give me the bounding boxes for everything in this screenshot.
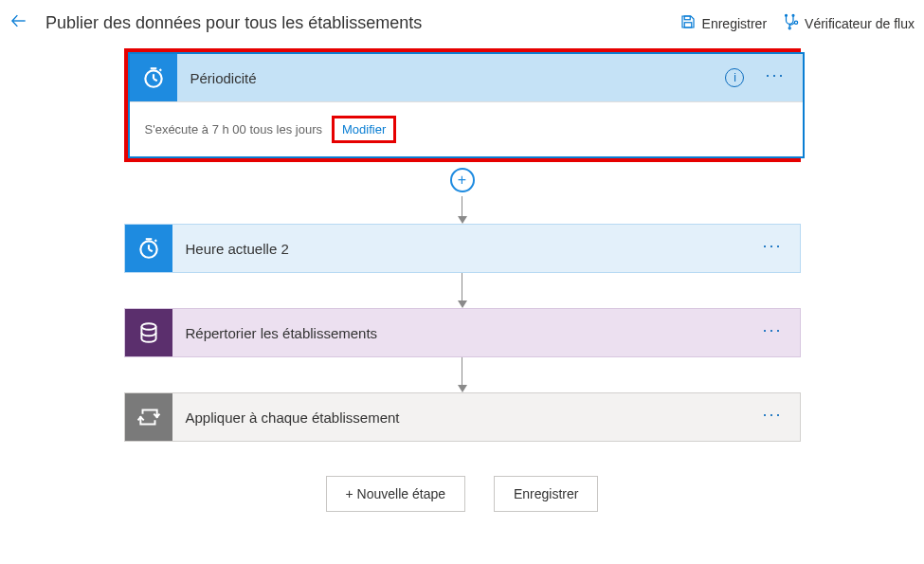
step-periodicity-body: S'exécute à 7 h 00 tous les jours Modifi…: [130, 101, 803, 156]
svg-line-14: [149, 249, 153, 251]
top-bar: Publier des données pour tous les établi…: [0, 0, 924, 48]
step-apply-each[interactable]: Appliquer à chaque établissement ···: [124, 392, 801, 442]
step-list-establishments-title: Répertorier les établissements: [172, 325, 763, 341]
add-step-button[interactable]: +: [450, 168, 475, 192]
more-menu[interactable]: ···: [762, 321, 782, 338]
step-current-time-header[interactable]: Heure actuelle 2 ···: [125, 225, 800, 272]
svg-point-17: [141, 323, 155, 330]
flow-canvas: Périodicité i ··· S'exécute à 7 h 00 tou…: [0, 48, 924, 512]
connector-arrow: [458, 273, 467, 308]
back-arrow-icon[interactable]: [6, 11, 32, 35]
step-list-establishments-header[interactable]: Répertorier les établissements ···: [125, 309, 800, 356]
svg-point-6: [794, 21, 797, 24]
svg-rect-2: [684, 23, 692, 27]
connector-arrow: [458, 357, 467, 392]
step-current-time-actions: ···: [762, 240, 799, 257]
flow-checker-action[interactable]: Vérificateur de flux: [782, 13, 915, 33]
flow-checker-icon: [782, 13, 799, 33]
save-action-label: Enregistrer: [702, 16, 767, 31]
step-periodicity[interactable]: Périodicité i ··· S'exécute à 7 h 00 tou…: [128, 52, 805, 158]
flow-column: Périodicité i ··· S'exécute à 7 h 00 tou…: [124, 48, 801, 512]
step-apply-each-actions: ···: [762, 409, 799, 426]
step-periodicity-header[interactable]: Périodicité i ···: [130, 54, 803, 101]
save-icon: [679, 13, 697, 33]
svg-line-16: [154, 240, 156, 242]
page-title: Publier des données pour tous les établi…: [45, 13, 422, 33]
step-periodicity-title: Périodicité: [177, 70, 726, 86]
footer-actions: + Nouvelle étape Enregistrer: [326, 476, 599, 512]
step-list-establishments-actions: ···: [762, 324, 799, 341]
more-menu[interactable]: ···: [762, 237, 782, 254]
clock-icon: [125, 225, 172, 272]
step-apply-each-title: Appliquer à chaque établissement: [172, 409, 763, 426]
svg-point-5: [788, 27, 790, 29]
loop-icon: [125, 393, 172, 441]
highlight-box-step1: Périodicité i ··· S'exécute à 7 h 00 tou…: [124, 48, 801, 162]
flow-checker-label: Vérificateur de flux: [805, 16, 915, 31]
modify-link[interactable]: Modifier: [332, 116, 396, 143]
connector-arrow: [458, 196, 467, 224]
top-bar-right: Enregistrer Vérificateur de flux: [679, 13, 915, 33]
more-menu[interactable]: ···: [762, 406, 782, 423]
step-current-time[interactable]: Heure actuelle 2 ···: [124, 224, 801, 273]
step-periodicity-actions: i ···: [725, 68, 802, 87]
info-icon[interactable]: i: [725, 68, 744, 87]
new-step-button[interactable]: + Nouvelle étape: [326, 476, 465, 512]
save-button[interactable]: Enregistrer: [494, 476, 598, 512]
svg-rect-1: [684, 16, 690, 20]
step-apply-each-header[interactable]: Appliquer à chaque établissement ···: [125, 393, 800, 441]
svg-line-11: [159, 69, 161, 71]
svg-line-9: [154, 79, 157, 81]
schedule-text: S'exécute à 7 h 00 tous les jours: [145, 122, 322, 136]
step-current-time-title: Heure actuelle 2: [172, 241, 763, 257]
step-list-establishments[interactable]: Répertorier les établissements ···: [124, 308, 801, 357]
clock-icon: [130, 54, 177, 101]
more-menu[interactable]: ···: [765, 66, 785, 83]
database-icon: [125, 309, 172, 356]
top-bar-left: Publier des données pour tous les établi…: [6, 11, 422, 35]
save-action[interactable]: Enregistrer: [679, 13, 767, 33]
